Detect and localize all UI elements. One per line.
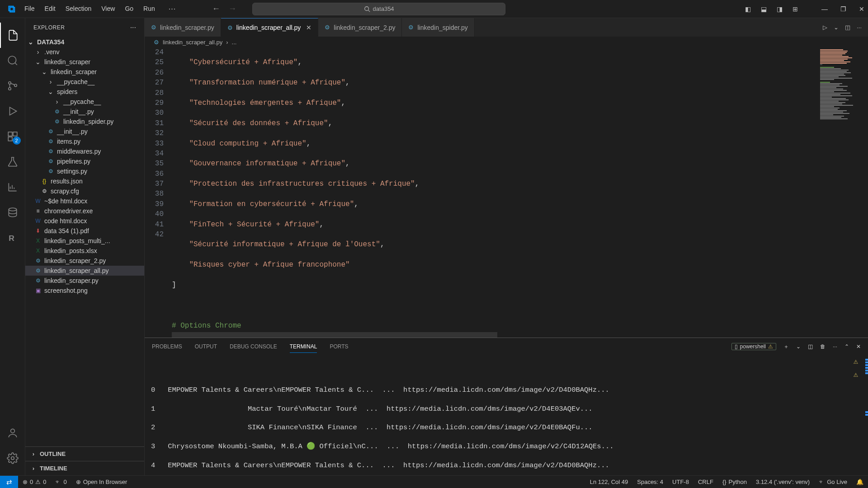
terminal-body[interactable]: ⚠ ⚠ 0 EMPOWER Talents & Careers\nEMPOWER… bbox=[145, 355, 868, 475]
tab-scraper[interactable]: ⚙linkedin_scraper.py bbox=[145, 18, 221, 37]
activity-settings[interactable] bbox=[0, 446, 25, 471]
breadcrumbs[interactable]: ⚙ linkedin_scraper_all.py › ... bbox=[145, 37, 868, 47]
menu-run[interactable]: Run bbox=[139, 2, 160, 16]
menu-go[interactable]: Go bbox=[120, 2, 138, 16]
tree-init2[interactable]: ⚙__init__.py bbox=[25, 127, 144, 136]
panel-tab-output[interactable]: OUTPUT bbox=[195, 341, 217, 352]
menu-selection[interactable]: Selection bbox=[61, 2, 96, 16]
menu-edit[interactable]: Edit bbox=[40, 2, 60, 16]
code-editor[interactable]: 24252627282930313233343536373839404142 "… bbox=[145, 47, 818, 338]
tab-scraper-2[interactable]: ⚙linkedin_scraper_2.py bbox=[318, 18, 402, 37]
panel-close-icon[interactable]: ✕ bbox=[856, 343, 861, 350]
panel-more-icon[interactable]: ··· bbox=[833, 343, 837, 350]
scrollbar-thumb[interactable] bbox=[172, 332, 497, 338]
status-language[interactable]: {}Python bbox=[718, 479, 751, 485]
tree-init1[interactable]: ⚙__init__.py bbox=[25, 107, 144, 117]
warning-icon[interactable]: ⚠ bbox=[854, 357, 858, 367]
tab-scraper-all[interactable]: ⚙linkedin_scraper_all.py✕ bbox=[221, 18, 318, 37]
tab-close-icon[interactable]: ✕ bbox=[306, 24, 311, 31]
activity-search[interactable] bbox=[0, 48, 25, 73]
panel-tab-debug[interactable]: DEBUG CONSOLE bbox=[230, 341, 277, 352]
tree-spiders[interactable]: ⌄spiders bbox=[25, 87, 144, 97]
panel-tab-terminal[interactable]: TERMINAL bbox=[290, 341, 317, 353]
tree-scraper-all[interactable]: ⚙linkedin_scraper_all.py bbox=[25, 266, 144, 276]
layout-bottom-icon[interactable]: ⬓ bbox=[761, 5, 767, 13]
layout-right-icon[interactable]: ◨ bbox=[777, 5, 783, 13]
minimize-icon[interactable]: — bbox=[821, 5, 828, 13]
sidebar-more-icon[interactable]: ··· bbox=[130, 23, 136, 32]
warning-icon[interactable]: ⚠ bbox=[854, 370, 858, 380]
tree-scraper[interactable]: ⚙linkedin_scraper.py bbox=[25, 276, 144, 286]
activity-explorer[interactable] bbox=[0, 23, 25, 48]
close-icon[interactable]: ✕ bbox=[859, 5, 864, 13]
tree-folder-linkedin_scraper-inner[interactable]: ⌄linkedin_scraper bbox=[25, 67, 144, 77]
activity-extensions[interactable]: 2 bbox=[0, 124, 25, 149]
tree-codehtml[interactable]: Wcode html.docx bbox=[25, 216, 144, 226]
status-encoding[interactable]: UTF-8 bbox=[668, 479, 693, 485]
menu-view[interactable]: View bbox=[97, 2, 119, 16]
code-body[interactable]: "Cybersécurité + Afrique", "Transformati… bbox=[172, 47, 818, 338]
tree-dehtml[interactable]: W~$de html.docx bbox=[25, 196, 144, 206]
status-problems[interactable]: ⊗0⚠0 bbox=[18, 479, 51, 485]
maximize-icon[interactable]: ❐ bbox=[840, 5, 846, 13]
layout-grid-icon[interactable]: ⊞ bbox=[793, 5, 798, 13]
tree-posts-xlsx[interactable]: Xlinkedin_posts.xlsx bbox=[25, 246, 144, 256]
run-dropdown-icon[interactable]: ⌄ bbox=[834, 24, 839, 31]
activity-chart[interactable] bbox=[0, 174, 25, 200]
timeline-section[interactable]: ›TIMELINE bbox=[25, 461, 144, 475]
remote-button[interactable]: ⇄ bbox=[0, 476, 18, 488]
nav-back-icon[interactable]: ← bbox=[212, 4, 220, 14]
tree-settings[interactable]: ⚙settings.py bbox=[25, 166, 144, 176]
panel-maximize-icon[interactable]: ⌃ bbox=[844, 343, 849, 350]
tree-pycache2[interactable]: ›__pycache__ bbox=[25, 97, 144, 107]
activity-debug[interactable] bbox=[0, 99, 25, 124]
status-cursor[interactable]: Ln 122, Col 49 bbox=[585, 479, 633, 485]
tree-spider-file[interactable]: ⚙linkedin_spider.py bbox=[25, 117, 144, 127]
panel-tab-ports[interactable]: PORTS bbox=[330, 341, 348, 352]
status-golive[interactable]: ᯤGo Live bbox=[814, 479, 852, 485]
tree-folder-linkedin_scraper[interactable]: ⌄linkedin_scraper bbox=[25, 57, 144, 67]
minimap[interactable] bbox=[818, 47, 868, 338]
tree-items[interactable]: ⚙items.py bbox=[25, 136, 144, 146]
menu-file[interactable]: File bbox=[20, 2, 39, 16]
tree-posts-multi[interactable]: Xlinkedin_posts_multi_... bbox=[25, 236, 144, 246]
activity-account[interactable] bbox=[0, 420, 25, 446]
status-interpreter[interactable]: 3.12.4 ('.venv': venv) bbox=[751, 479, 814, 485]
menu-more-icon[interactable]: ··· bbox=[164, 2, 180, 16]
tree-scrapy-cfg[interactable]: ⚙scrapy.cfg bbox=[25, 186, 144, 196]
status-bell[interactable]: 🔔 bbox=[852, 479, 868, 485]
tree-scraper2[interactable]: ⚙linkedin_scraper_2.py bbox=[25, 256, 144, 266]
tree-pycache1[interactable]: ›__pycache__ bbox=[25, 77, 144, 87]
split-editor-icon[interactable]: ◫ bbox=[845, 24, 850, 31]
panel-tab-problems[interactable]: PROBLEMS bbox=[152, 341, 182, 352]
tree-screenshot[interactable]: ▣screenshot.png bbox=[25, 286, 144, 296]
tree-chromedriver[interactable]: ≡chromedriver.exe bbox=[25, 206, 144, 216]
terminal-shell[interactable]: ▯powershell ⚠ bbox=[731, 343, 776, 350]
status-eol[interactable]: CRLF bbox=[693, 479, 718, 485]
status-spaces[interactable]: Spaces: 4 bbox=[632, 479, 668, 485]
command-center[interactable]: data354 bbox=[252, 3, 505, 15]
tree-pipelines[interactable]: ⚙pipelines.py bbox=[25, 156, 144, 166]
split-terminal-icon[interactable]: ◫ bbox=[808, 343, 813, 350]
outline-section[interactable]: ›OUTLINE bbox=[25, 446, 144, 461]
root-folder[interactable]: ⌄DATA354 bbox=[25, 37, 144, 47]
activity-testing[interactable] bbox=[0, 149, 25, 174]
layout-left-icon[interactable]: ◧ bbox=[745, 5, 751, 13]
tree-venv[interactable]: ›.venv bbox=[25, 47, 144, 57]
activity-scm[interactable] bbox=[0, 73, 25, 99]
tab-spider[interactable]: ⚙linkedin_spider.py bbox=[402, 18, 474, 37]
nav-forward-icon[interactable]: → bbox=[228, 4, 236, 14]
kill-terminal-icon[interactable]: 🗑 bbox=[820, 343, 826, 350]
run-icon[interactable]: ▷ bbox=[823, 24, 827, 31]
horizontal-scrollbar[interactable] bbox=[172, 332, 818, 338]
terminal-dropdown-icon[interactable]: ⌄ bbox=[796, 343, 801, 350]
tree-data354pdf[interactable]: ⬇data 354 (1).pdf bbox=[25, 226, 144, 236]
tree-results[interactable]: {}results.json bbox=[25, 176, 144, 186]
tree-middlewares[interactable]: ⚙middlewares.py bbox=[25, 146, 144, 156]
new-terminal-icon[interactable]: ＋ bbox=[783, 343, 789, 351]
activity-database[interactable] bbox=[0, 200, 25, 225]
status-port[interactable]: ᯤ0 bbox=[51, 479, 71, 485]
editor-more-icon[interactable]: ··· bbox=[857, 24, 862, 31]
status-open-browser[interactable]: ⊕Open In Browser bbox=[71, 479, 132, 485]
activity-r[interactable]: R bbox=[0, 225, 25, 250]
